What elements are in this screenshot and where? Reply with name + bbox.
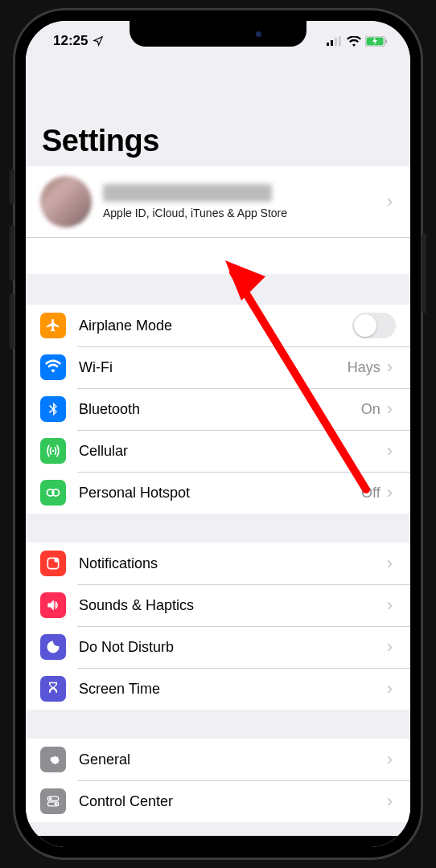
chevron-icon: › <box>387 637 396 657</box>
gear-icon <box>40 747 66 772</box>
general-label: General <box>79 751 387 768</box>
notifications-icon <box>40 551 66 576</box>
hotspot-label: Personal Hotspot <box>79 485 361 502</box>
chevron-icon: › <box>387 440 396 461</box>
sounds-icon <box>40 592 66 618</box>
cellular-row[interactable]: Cellular › <box>26 430 410 472</box>
bluetooth-row[interactable]: Bluetooth On › <box>26 388 410 430</box>
general-row[interactable]: General › <box>26 739 410 780</box>
airplane-toggle[interactable] <box>352 313 396 338</box>
status-time: 12:25 <box>53 33 88 49</box>
chevron-icon: › <box>387 749 396 770</box>
controlcenter-row[interactable]: Control Center › <box>26 780 410 822</box>
wifi-status-icon <box>347 36 361 47</box>
hotspot-icon <box>40 480 66 506</box>
chevron-icon: › <box>387 399 396 420</box>
cellular-icon <box>40 438 66 464</box>
hotspot-row[interactable]: Personal Hotspot Off › <box>26 472 410 514</box>
sounds-label: Sounds & Haptics <box>79 597 387 614</box>
connectivity-group: Airplane Mode Wi-Fi Hays › Bluetooth On … <box>26 305 410 514</box>
airplane-label: Airplane Mode <box>79 317 352 334</box>
system-group: General › Control Center › <box>26 739 410 822</box>
apple-id-row[interactable]: Apple ID, iCloud, iTunes & App Store › <box>26 166 410 237</box>
header: Settings <box>26 59 410 166</box>
profile-extra-row[interactable] <box>26 237 410 274</box>
bluetooth-detail: On <box>361 401 380 418</box>
bluetooth-icon <box>40 396 66 422</box>
notifications-row[interactable]: Notifications › <box>26 542 410 584</box>
avatar <box>40 176 92 227</box>
svg-point-12 <box>54 558 59 563</box>
svg-point-8 <box>52 450 55 452</box>
chevron-icon: › <box>387 791 396 812</box>
cellular-label: Cellular <box>79 443 387 460</box>
chevron-icon: › <box>387 553 396 574</box>
airplane-icon <box>40 313 66 338</box>
wifi-icon <box>40 354 66 380</box>
chevron-icon: › <box>387 191 396 212</box>
chevron-icon: › <box>387 595 396 616</box>
battery-icon <box>365 36 388 47</box>
screentime-label: Screen Time <box>79 681 387 698</box>
notch <box>130 21 306 47</box>
wifi-label: Wi-Fi <box>79 359 348 376</box>
chevron-icon: › <box>387 357 396 378</box>
bluetooth-label: Bluetooth <box>79 401 361 418</box>
wifi-detail: Hays <box>348 359 380 376</box>
hourglass-icon <box>40 676 66 702</box>
chevron-icon: › <box>387 678 396 699</box>
dnd-row[interactable]: Do Not Disturb › <box>26 626 410 668</box>
svg-rect-0 <box>327 43 329 46</box>
svg-rect-3 <box>339 36 341 46</box>
airplane-mode-row[interactable]: Airplane Mode <box>26 305 410 346</box>
toggles-icon <box>40 788 66 814</box>
chevron-icon: › <box>387 482 396 503</box>
screen: 12:25 Settings Apple ID, iCloud, iTunes … <box>26 21 410 847</box>
svg-point-14 <box>49 797 51 800</box>
sounds-row[interactable]: Sounds & Haptics › <box>26 584 410 626</box>
page-title: Settings <box>42 124 394 158</box>
notifications-label: Notifications <box>79 555 387 572</box>
moon-icon <box>40 634 66 660</box>
controlcenter-label: Control Center <box>79 793 387 810</box>
hotspot-detail: Off <box>361 485 380 502</box>
svg-rect-1 <box>331 40 333 46</box>
dnd-label: Do Not Disturb <box>79 639 387 656</box>
notifications-group: Notifications › Sounds & Haptics › Do No… <box>26 542 410 710</box>
profile-subtitle: Apple ID, iCloud, iTunes & App Store <box>103 207 387 219</box>
location-icon <box>93 35 104 47</box>
wifi-row[interactable]: Wi-Fi Hays › <box>26 346 410 388</box>
signal-icon <box>327 36 343 46</box>
screentime-row[interactable]: Screen Time › <box>26 668 410 710</box>
profile-group: Apple ID, iCloud, iTunes & App Store › <box>26 166 410 274</box>
svg-point-16 <box>55 803 57 805</box>
svg-rect-2 <box>335 38 337 46</box>
svg-rect-6 <box>385 39 387 43</box>
profile-name-redacted <box>103 184 272 202</box>
